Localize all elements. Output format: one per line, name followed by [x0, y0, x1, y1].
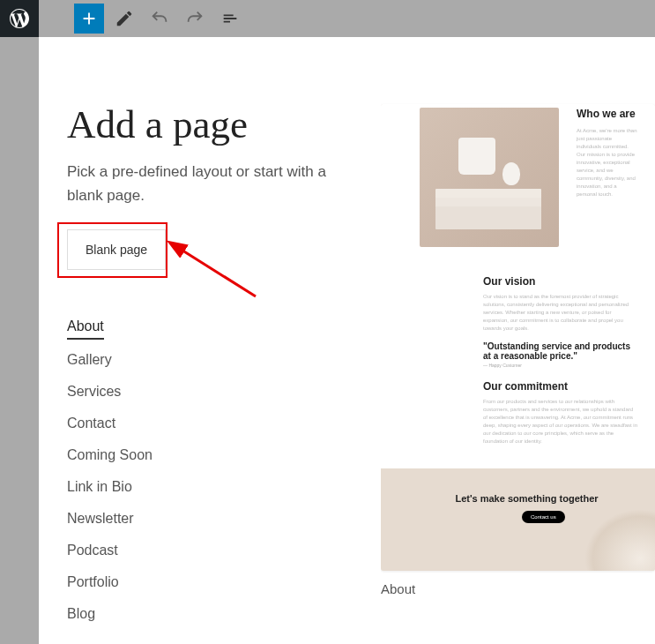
- category-item[interactable]: Portfolio: [67, 566, 381, 598]
- preview-cta-banner: Let's make something together Contact us: [381, 468, 655, 571]
- editor-topbar: [0, 0, 655, 37]
- undo-button[interactable]: [145, 4, 175, 34]
- preview-vision-body: Our vision is to stand as the foremost p…: [483, 293, 637, 333]
- modal-title: Add a page: [67, 104, 381, 146]
- preview-who-heading: Who we are: [577, 108, 637, 120]
- category-item[interactable]: About: [67, 311, 104, 340]
- category-item[interactable]: Gallery: [67, 344, 381, 376]
- preview-banner-title: Let's make something together: [416, 493, 637, 504]
- wordpress-logo[interactable]: [0, 0, 39, 37]
- blank-page-button[interactable]: Blank page: [67, 229, 166, 270]
- edit-tool-button[interactable]: [109, 4, 139, 34]
- preview-contact-button: Contact us: [522, 511, 565, 523]
- category-item[interactable]: Podcast: [67, 535, 381, 566]
- category-item[interactable]: Link in Bio: [67, 471, 381, 503]
- category-item[interactable]: Coming Soon: [67, 439, 381, 471]
- plus-icon: [79, 9, 99, 28]
- preview-label: About: [381, 571, 655, 596]
- category-item[interactable]: Contact: [67, 408, 381, 439]
- list-icon: [220, 9, 240, 28]
- redo-icon: [185, 9, 205, 28]
- flower-decoration: [584, 509, 655, 571]
- preview-pane: Who we are At Acme, we're more than just…: [381, 37, 655, 644]
- layout-chooser-pane: Add a page Pick a pre-defined layout or …: [39, 37, 381, 644]
- preview-vision-heading: Our vision: [483, 275, 637, 288]
- undo-icon: [150, 9, 169, 28]
- category-list: AboutGalleryServicesContactComing SoonLi…: [67, 311, 381, 630]
- preview-hero-image: [420, 108, 559, 247]
- category-item[interactable]: Blog: [67, 598, 381, 630]
- modal-subtitle: Pick a pre-defined layout or start with …: [67, 160, 331, 207]
- add-page-modal: Add a page Pick a pre-defined layout or …: [39, 37, 655, 644]
- preview-commitment-body: From our products and services to our re…: [483, 398, 637, 446]
- category-item[interactable]: Newsletter: [67, 503, 381, 535]
- add-block-button[interactable]: [74, 4, 104, 34]
- redo-button[interactable]: [180, 4, 210, 34]
- layout-preview-card[interactable]: Who we are At Acme, we're more than just…: [381, 104, 655, 571]
- preview-quote: "Outstanding service and products at a r…: [483, 341, 637, 361]
- sidebar-backdrop: [0, 37, 39, 644]
- category-item[interactable]: Services: [67, 376, 381, 408]
- details-button[interactable]: [215, 4, 245, 34]
- preview-commitment-heading: Our commitment: [483, 380, 637, 393]
- pencil-icon: [115, 9, 134, 28]
- preview-who-body: At Acme, we're more than just passionate…: [577, 127, 637, 198]
- preview-quote-cite: — Happy Customer: [483, 363, 637, 368]
- wordpress-icon: [10, 9, 29, 28]
